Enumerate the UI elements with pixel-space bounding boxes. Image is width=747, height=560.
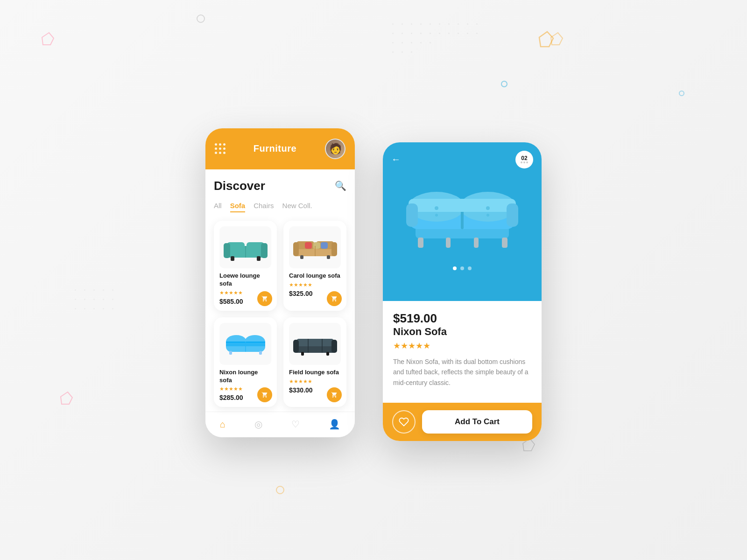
carousel-dot-2[interactable] <box>460 266 464 270</box>
phones-container: Furniture 🧑 Discover 🔍 All Sofa Chairs N… <box>205 128 542 441</box>
svg-rect-63 <box>293 242 299 256</box>
bottom-nav: ⌂ ◎ ♡ 👤 <box>205 412 355 437</box>
svg-rect-19 <box>476 33 478 34</box>
counter-badge: 02 <box>515 151 533 168</box>
svg-rect-27 <box>411 51 412 53</box>
search-icon[interactable]: 🔍 <box>335 180 346 191</box>
product-detail-body: $519.00 Nixon Sofa ★★★★★ The Nixon Sofa,… <box>383 301 542 403</box>
svg-point-101 <box>435 214 438 217</box>
wishlist-button[interactable] <box>392 410 416 434</box>
product-image-carol <box>289 226 341 268</box>
product-detail-header: ← 02 <box>383 142 542 301</box>
svg-rect-29 <box>84 289 85 291</box>
tab-chairs[interactable]: Chairs <box>254 202 274 212</box>
product-card-nixon[interactable]: Nixon lounge sofa ★★★★★ $285.00 <box>214 317 277 407</box>
sofa-detail-image <box>402 168 523 262</box>
svg-rect-33 <box>75 299 76 300</box>
svg-rect-5 <box>439 23 440 25</box>
svg-rect-36 <box>103 299 104 300</box>
svg-rect-64 <box>331 242 337 256</box>
product-image-field <box>289 323 341 365</box>
svg-rect-98 <box>502 238 507 248</box>
tab-sofa[interactable]: Sofa <box>230 202 246 212</box>
detail-description: The Nixon Sofa, with its dual bottom cus… <box>393 357 531 388</box>
category-tabs: All Sofa Chairs New Coll. <box>214 202 346 212</box>
svg-point-99 <box>435 206 438 210</box>
carousel-dot-3[interactable] <box>468 266 472 270</box>
svg-rect-16 <box>448 33 450 34</box>
svg-rect-41 <box>103 308 104 309</box>
svg-rect-42 <box>112 308 113 309</box>
menu-icon[interactable] <box>215 143 225 154</box>
cart-btn-field[interactable] <box>327 387 342 402</box>
svg-rect-92 <box>409 199 516 212</box>
svg-rect-95 <box>418 238 423 248</box>
svg-rect-28 <box>75 289 76 291</box>
product-name-carol: Carol lounge sofa <box>289 272 341 280</box>
svg-rect-58 <box>257 256 261 261</box>
svg-rect-82 <box>331 340 337 353</box>
svg-rect-38 <box>75 308 76 309</box>
carousel-dot-1[interactable] <box>453 266 457 270</box>
svg-point-102 <box>486 214 489 217</box>
svg-rect-40 <box>93 308 95 309</box>
svg-rect-97 <box>474 238 479 248</box>
svg-marker-45 <box>551 33 563 45</box>
product-name-field: Field lounge sofa <box>289 369 341 377</box>
product-name-loewe: Loewe lounge sofa <box>219 272 271 288</box>
avatar[interactable]: 🧑 <box>325 139 345 159</box>
svg-rect-0 <box>392 23 394 25</box>
svg-rect-65 <box>305 242 312 249</box>
svg-rect-24 <box>430 42 431 43</box>
svg-point-100 <box>486 206 490 210</box>
svg-rect-6 <box>448 23 450 25</box>
product-card-loewe[interactable]: Loewe lounge sofa ★★★★★ $585.00 <box>214 221 277 311</box>
svg-rect-21 <box>402 42 403 43</box>
svg-rect-37 <box>112 299 113 300</box>
svg-point-48 <box>276 486 284 494</box>
svg-rect-10 <box>392 33 394 34</box>
svg-rect-4 <box>430 23 431 25</box>
product-card-carol[interactable]: Carol lounge sofa ★★★★★ $325.00 <box>283 221 346 311</box>
svg-rect-20 <box>392 42 394 43</box>
detail-price: $519.00 <box>393 311 531 326</box>
product-image-loewe <box>219 226 271 268</box>
tab-new[interactable]: New Coll. <box>282 202 312 212</box>
detail-footer: Add To Cart <box>383 403 542 441</box>
cart-btn-loewe[interactable] <box>257 291 272 306</box>
stars-carol: ★★★★★ <box>289 282 341 288</box>
cart-btn-carol[interactable] <box>327 291 342 306</box>
phone2: ← 02 <box>383 142 542 441</box>
svg-rect-66 <box>313 242 320 249</box>
product-card-field[interactable]: Field lounge sofa ★★★★★ $330.00 <box>283 317 346 407</box>
avatar-image: 🧑 <box>326 140 345 158</box>
svg-rect-23 <box>420 42 422 43</box>
svg-rect-7 <box>458 23 459 25</box>
nav-explore[interactable]: ◎ <box>254 419 262 430</box>
counter-number: 02 <box>521 155 527 161</box>
nav-home[interactable]: ⌂ <box>220 419 226 430</box>
svg-rect-57 <box>231 256 234 261</box>
svg-rect-93 <box>406 203 418 227</box>
svg-point-44 <box>197 15 204 22</box>
svg-rect-26 <box>402 51 403 53</box>
svg-rect-17 <box>458 33 459 34</box>
product-image-nixon <box>219 323 271 365</box>
nav-profile[interactable]: 👤 <box>329 419 340 430</box>
svg-rect-34 <box>84 299 85 300</box>
svg-rect-69 <box>327 255 330 259</box>
svg-rect-94 <box>507 203 518 227</box>
tab-all[interactable]: All <box>214 202 222 212</box>
carousel-dots <box>453 266 472 270</box>
svg-marker-51 <box>539 32 553 47</box>
svg-rect-80 <box>296 339 334 346</box>
phone1-header: Furniture 🧑 <box>205 128 355 169</box>
detail-stars: ★★★★★ <box>393 341 531 351</box>
svg-point-50 <box>679 91 684 96</box>
back-button[interactable]: ← <box>391 154 401 165</box>
detail-top-bar: ← 02 <box>383 151 542 168</box>
nav-wishlist[interactable]: ♡ <box>291 419 300 430</box>
svg-rect-67 <box>321 242 328 249</box>
add-to-cart-button[interactable]: Add To Cart <box>422 410 532 434</box>
svg-rect-76 <box>229 351 232 355</box>
